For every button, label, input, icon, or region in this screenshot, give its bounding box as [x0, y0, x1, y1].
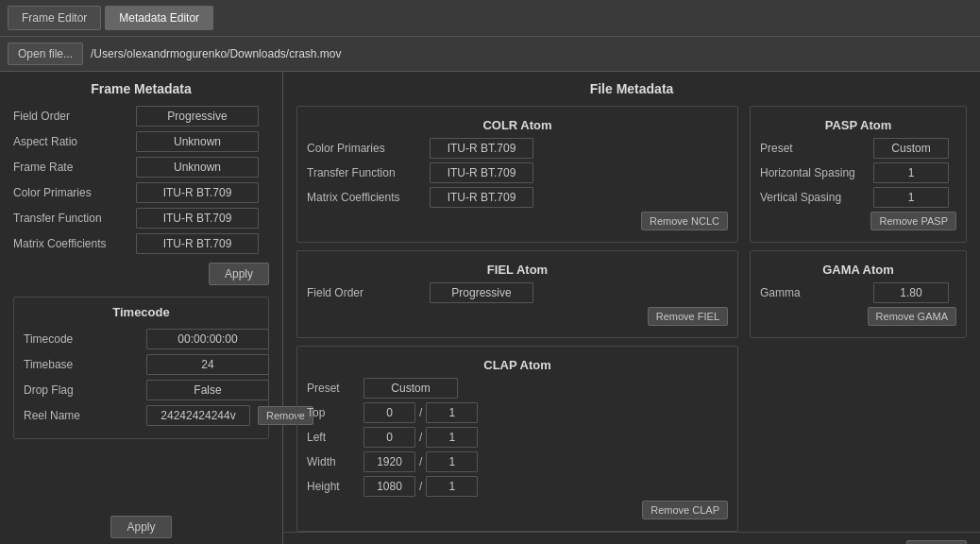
clap-left-n-input[interactable]	[363, 427, 415, 448]
fiel-remove-row: Remove FIEL	[307, 307, 728, 326]
colr-transfer-function-input[interactable]	[430, 162, 533, 183]
apply-row-timecode: Apply	[13, 508, 269, 538]
clap-width-n-input[interactable]	[363, 451, 415, 472]
open-file-button[interactable]: Open file...	[8, 42, 83, 65]
main-content: Frame Metadata Field Order Aspect Ratio …	[0, 72, 980, 544]
reel-name-row: Reel Name Remove	[24, 405, 259, 426]
matrix-coefficients-row: Matrix Coefficients	[13, 233, 269, 254]
tab-frame-editor[interactable]: Frame Editor	[8, 6, 101, 30]
timecode-row: Timecode	[24, 329, 259, 349]
timebase-row: Timebase	[24, 354, 259, 375]
apply-row-1: Apply	[13, 263, 269, 285]
drop-flag-row: Drop Flag	[24, 380, 259, 400]
field-order-label: Field Order	[13, 110, 136, 123]
clap-left-sep: /	[419, 431, 422, 444]
pasp-horiz-label: Horizontal Spasing	[760, 166, 873, 179]
fiel-field-order-input[interactable]	[430, 282, 533, 303]
clap-remove-button[interactable]: Remove CLAP	[642, 501, 728, 519]
tab-metadata-editor[interactable]: Metadata Editor	[105, 6, 213, 30]
gama-title: GAMA Atom	[760, 263, 956, 277]
clap-width-row: Width /	[307, 451, 728, 472]
clap-preset-row: Preset	[307, 378, 728, 399]
field-order-input[interactable]	[136, 106, 259, 127]
clap-left-d-input[interactable]	[426, 427, 478, 448]
timecode-title: Timecode	[24, 305, 259, 319]
fiel-atom-box: FIEL Atom Field Order Remove FIEL	[296, 250, 738, 338]
aspect-ratio-label: Aspect Ratio	[13, 135, 136, 148]
apply-button-timecode[interactable]: Apply	[110, 516, 171, 538]
gama-remove-button[interactable]: Remove GAMA	[868, 307, 956, 326]
pasp-title: PASP Atom	[760, 118, 956, 132]
tab-bar: Frame Editor Metadata Editor	[0, 0, 980, 37]
clap-width-d-input[interactable]	[426, 451, 478, 472]
drop-flag-input[interactable]	[146, 380, 269, 400]
clap-top-sep: /	[419, 406, 422, 419]
pasp-preset-row: Preset	[760, 138, 956, 159]
colr-color-primaries-row: Color Primaries	[307, 138, 728, 159]
clap-top-label: Top	[307, 406, 363, 419]
clap-title: CLAP Atom	[307, 358, 728, 372]
colr-remove-row: Remove NCLC	[307, 212, 728, 230]
pasp-vert-row: Vertical Spasing	[760, 187, 956, 208]
reel-name-input[interactable]	[146, 405, 250, 426]
pasp-horiz-input[interactable]	[873, 162, 949, 183]
file-bar: Open file... /Users/olexandrmogurenko/Do…	[0, 37, 980, 72]
colr-atom-box: COLR Atom Color Primaries Transfer Funct…	[296, 106, 738, 243]
frame-rate-input[interactable]	[136, 157, 259, 178]
right-content: File Metadata COLR Atom Color Primaries …	[283, 72, 980, 532]
transfer-function-label: Transfer Function	[13, 212, 136, 225]
gama-remove-row: Remove GAMA	[760, 307, 956, 326]
drop-flag-label: Drop Flag	[24, 383, 146, 397]
clap-height-d-input[interactable]	[426, 476, 478, 497]
left-panel: Frame Metadata Field Order Aspect Ratio …	[0, 72, 283, 544]
colr-color-primaries-input[interactable]	[430, 138, 533, 159]
pasp-remove-button[interactable]: Remove PASP	[870, 212, 956, 230]
timecode-label: Timecode	[24, 332, 146, 346]
color-primaries-input[interactable]	[136, 182, 259, 203]
clap-width-sep: /	[419, 455, 422, 468]
matrix-coefficients-input[interactable]	[136, 233, 259, 254]
color-primaries-label: Color Primaries	[13, 186, 136, 199]
clap-top-n-input[interactable]	[363, 402, 415, 423]
gama-gamma-input[interactable]	[873, 282, 949, 303]
clap-height-label: Height	[307, 480, 363, 493]
clap-preset-input[interactable]	[363, 378, 458, 399]
reel-name-label: Reel Name	[24, 409, 146, 422]
apply-button-right[interactable]: Apply	[906, 540, 967, 544]
clap-width-label: Width	[307, 455, 363, 468]
clap-height-n-input[interactable]	[363, 476, 415, 497]
fiel-remove-button[interactable]: Remove FIEL	[648, 307, 728, 326]
pasp-vert-input[interactable]	[873, 187, 949, 208]
matrix-coefficients-label: Matrix Coefficients	[13, 237, 136, 250]
timecode-input[interactable]	[146, 329, 269, 349]
pasp-atom-box: PASP Atom Preset Horizontal Spasing Vert…	[750, 106, 967, 243]
clap-left-row: Left /	[307, 427, 728, 448]
fiel-field-order-label: Field Order	[307, 286, 430, 299]
gama-atom-box: GAMA Atom Gamma Remove GAMA	[750, 250, 967, 338]
pasp-horiz-row: Horizontal Spasing	[760, 162, 956, 183]
aspect-ratio-input[interactable]	[136, 131, 259, 152]
right-left-col: COLR Atom Color Primaries Transfer Funct…	[296, 106, 738, 532]
pasp-preset-label: Preset	[760, 142, 873, 155]
file-metadata-title: File Metadata	[296, 81, 967, 96]
field-order-row: Field Order	[13, 106, 269, 127]
apply-button-frame[interactable]: Apply	[209, 263, 269, 285]
color-primaries-row: Color Primaries	[13, 182, 269, 203]
colr-color-primaries-label: Color Primaries	[307, 142, 430, 155]
pasp-preset-input[interactable]	[873, 138, 949, 159]
frame-rate-label: Frame Rate	[13, 161, 136, 174]
right-panel: File Metadata COLR Atom Color Primaries …	[283, 72, 980, 544]
clap-top-d-input[interactable]	[426, 402, 478, 423]
pasp-vert-label: Vertical Spasing	[760, 191, 873, 204]
clap-remove-row: Remove CLAP	[307, 501, 728, 519]
colr-matrix-coefficients-input[interactable]	[430, 187, 533, 208]
colr-matrix-coefficients-row: Matrix Coefficients	[307, 187, 728, 208]
frame-metadata-title: Frame Metadata	[13, 81, 269, 96]
timecode-section: Timecode Timecode Timebase Drop Flag Ree…	[13, 297, 269, 439]
gama-gamma-row: Gamma	[760, 282, 956, 303]
aspect-ratio-row: Aspect Ratio	[13, 131, 269, 152]
colr-remove-button[interactable]: Remove NCLC	[641, 212, 728, 230]
transfer-function-input[interactable]	[136, 208, 259, 229]
pasp-remove-row: Remove PASP	[760, 212, 956, 230]
timebase-input[interactable]	[146, 354, 269, 375]
